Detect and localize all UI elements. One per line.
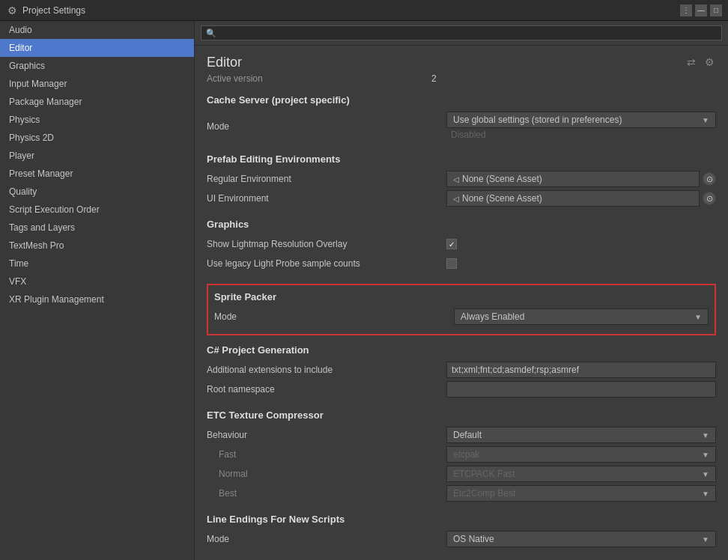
- use-legacy-checkbox[interactable]: [446, 258, 457, 269]
- page-header: Editor ⇄ ⚙: [207, 55, 716, 70]
- sidebar-item-time[interactable]: Time: [0, 255, 194, 273]
- cache-server-section: Cache Server (project specific) Mode Use…: [207, 94, 716, 141]
- sidebar-item-input-manager[interactable]: Input Manager: [0, 75, 194, 93]
- use-legacy-checkbox-wrapper: [446, 258, 716, 269]
- show-lightmap-row: Show Lightmap Resolution Overlay: [207, 236, 716, 252]
- sprite-packer-section: Sprite Packer Mode Always Enabled ▼: [207, 284, 716, 335]
- graphics-section: Graphics Show Lightmap Resolution Overla…: [207, 219, 716, 272]
- sidebar-item-quality[interactable]: Quality: [0, 183, 194, 201]
- cache-server-title: Cache Server (project specific): [207, 94, 716, 106]
- sidebar-item-xr-plugin-management[interactable]: XR Plugin Management: [0, 290, 194, 308]
- regular-env-circle-btn[interactable]: ⊙: [703, 172, 716, 186]
- sidebar-item-audio[interactable]: Audio: [0, 21, 194, 39]
- minimize-button[interactable]: —: [695, 4, 707, 16]
- sprite-packer-mode-value: Always Enabled ▼: [454, 308, 709, 325]
- window-title: Project Settings: [22, 5, 680, 16]
- active-version-row: Active version 2: [207, 73, 716, 84]
- main-container: Audio Editor Graphics Input Manager Pack…: [0, 21, 728, 560]
- show-lightmap-label: Show Lightmap Resolution Overlay: [207, 239, 446, 249]
- sidebar-item-player[interactable]: Player: [0, 147, 194, 165]
- cache-server-mode-row: Mode Use global settings (stored in pref…: [207, 112, 716, 141]
- show-lightmap-value: [446, 239, 716, 249]
- use-legacy-row: Use legacy Light Probe sample counts: [207, 255, 716, 272]
- layout-icon-button[interactable]: ⇄: [685, 55, 697, 70]
- use-legacy-value: [446, 258, 716, 269]
- title-bar-controls: ⋮ — □: [680, 4, 722, 16]
- line-endings-title: Line Endings For New Scripts: [207, 514, 716, 525]
- etc-best-label: Best: [207, 488, 446, 499]
- line-endings-mode-label: Mode: [207, 534, 446, 544]
- title-bar: ⚙ Project Settings ⋮ — □: [0, 0, 728, 21]
- content-area: 🔍 Editor ⇄ ⚙ Active version 2 Cache Se: [195, 21, 728, 560]
- sidebar-item-script-execution-order[interactable]: Script Execution Order: [0, 201, 194, 219]
- ui-env-dropdown-row: ◁ None (Scene Asset) ⊙: [446, 190, 716, 207]
- additional-extensions-input[interactable]: [446, 362, 716, 378]
- active-version-label: Active version: [207, 73, 431, 84]
- ui-env-circle-btn[interactable]: ⊙: [703, 192, 716, 205]
- sprite-packer-mode-row: Mode Always Enabled ▼: [214, 308, 709, 325]
- sidebar-item-package-manager[interactable]: Package Manager: [0, 93, 194, 111]
- etc-fast-value: etcpak ▼: [446, 446, 716, 463]
- search-wrapper: 🔍: [201, 25, 722, 40]
- graphics-title: Graphics: [207, 219, 716, 230]
- scene-icon-regular: ◁: [453, 175, 459, 183]
- etc-best-arrow-icon: ▼: [702, 490, 709, 498]
- scene-icon-ui: ◁: [453, 195, 459, 203]
- root-namespace-input[interactable]: [446, 381, 716, 398]
- etc-behaviour-label: Behaviour: [207, 430, 446, 440]
- show-lightmap-checkbox-wrapper: [446, 239, 716, 249]
- more-options-button[interactable]: ⋮: [680, 4, 692, 16]
- sidebar-item-editor[interactable]: Editor: [0, 39, 194, 57]
- prefab-editing-title: Prefab Editing Environments: [207, 153, 716, 165]
- sidebar-item-graphics[interactable]: Graphics: [0, 57, 194, 75]
- line-endings-mode-dropdown[interactable]: OS Native ▼: [446, 531, 716, 547]
- settings-icon-button[interactable]: ⚙: [703, 55, 716, 70]
- sprite-packer-mode-dropdown[interactable]: Always Enabled ▼: [454, 308, 709, 325]
- sidebar: Audio Editor Graphics Input Manager Pack…: [0, 21, 195, 560]
- sidebar-item-preset-manager[interactable]: Preset Manager: [0, 165, 194, 183]
- cache-server-mode-value: Use global settings (stored in preferenc…: [446, 112, 716, 141]
- sidebar-item-textmesh-pro[interactable]: TextMesh Pro: [0, 237, 194, 255]
- regular-env-dropdown-row: ◁ None (Scene Asset) ⊙: [446, 171, 716, 187]
- ui-env-row: UI Environment ◁ None (Scene Asset) ⊙: [207, 190, 716, 207]
- regular-env-row: Regular Environment ◁ None (Scene Asset)…: [207, 171, 716, 187]
- sprite-packer-title: Sprite Packer: [214, 291, 709, 302]
- additional-extensions-label: Additional extensions to include: [207, 365, 446, 375]
- regular-env-label: Regular Environment: [207, 174, 446, 184]
- prefab-editing-section: Prefab Editing Environments Regular Envi…: [207, 153, 716, 207]
- show-lightmap-checkbox[interactable]: [446, 239, 457, 249]
- sidebar-item-vfx[interactable]: VFX: [0, 273, 194, 290]
- search-bar-container: 🔍: [195, 21, 728, 46]
- line-endings-mode-row: Mode OS Native ▼: [207, 531, 716, 547]
- etc-fast-arrow-icon: ▼: [702, 451, 709, 459]
- sidebar-item-physics[interactable]: Physics: [0, 111, 194, 129]
- search-input[interactable]: [219, 28, 717, 38]
- additional-extensions-row: Additional extensions to include: [207, 362, 716, 378]
- header-icons: ⇄ ⚙: [685, 55, 716, 70]
- line-endings-mode-value: OS Native ▼: [446, 531, 716, 547]
- sidebar-item-tags-and-layers[interactable]: Tags and Layers: [0, 219, 194, 237]
- active-version-value: 2: [431, 73, 437, 84]
- dropdown-arrow-icon: ▼: [702, 116, 709, 124]
- etc-fast-row: Fast etcpak ▼: [207, 446, 716, 463]
- ui-env-dropdown[interactable]: ◁ None (Scene Asset): [446, 190, 700, 207]
- sidebar-item-physics-2d[interactable]: Physics 2D: [0, 129, 194, 147]
- etc-behaviour-arrow-icon: ▼: [702, 431, 709, 439]
- etc-normal-dropdown[interactable]: ETCPACK Fast ▼: [446, 466, 716, 482]
- etc-behaviour-dropdown[interactable]: Default ▼: [446, 427, 716, 443]
- etc-best-value: Etc2Comp Best ▼: [446, 485, 716, 502]
- additional-extensions-value: [446, 362, 716, 378]
- etc-normal-label: Normal: [207, 469, 446, 479]
- etc-texture-section: ETC Texture Compressor Behaviour Default…: [207, 410, 716, 502]
- etc-best-dropdown[interactable]: Etc2Comp Best ▼: [446, 485, 716, 502]
- cache-server-mode-dropdown[interactable]: Use global settings (stored in preferenc…: [446, 112, 716, 128]
- etc-fast-dropdown[interactable]: etcpak ▼: [446, 446, 716, 463]
- etc-behaviour-value: Default ▼: [446, 427, 716, 443]
- line-endings-arrow-icon: ▼: [702, 535, 709, 544]
- root-namespace-row: Root namespace: [207, 381, 716, 398]
- maximize-button[interactable]: □: [710, 4, 722, 16]
- regular-env-dropdown[interactable]: ◁ None (Scene Asset): [446, 171, 700, 187]
- cache-server-mode-label: Mode: [207, 121, 446, 132]
- regular-env-value: ◁ None (Scene Asset) ⊙: [446, 171, 716, 187]
- ui-env-value: ◁ None (Scene Asset) ⊙: [446, 190, 716, 207]
